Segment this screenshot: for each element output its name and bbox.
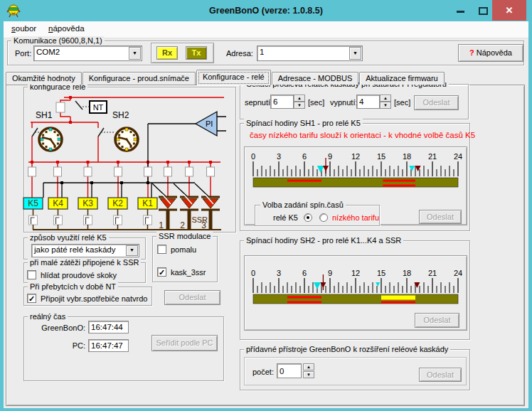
- ssr-number-1: 1: [159, 220, 164, 230]
- checkbox-pripojit-natvrdo-label: Připojit vybr.spotřebiče natvrdo: [41, 294, 147, 303]
- help-button[interactable]: ? Nápověda: [458, 44, 523, 62]
- driver-boxes: [28, 167, 215, 176]
- pc-time-field[interactable]: [88, 339, 129, 352]
- sh1-timeline-ruler[interactable]: 03691215182124: [249, 152, 462, 193]
- on-delay-field[interactable]: [270, 95, 294, 109]
- radio-rele-k5[interactable]: [304, 213, 312, 222]
- relay-k4-label: K4: [53, 198, 63, 208]
- close-button[interactable]: ✕: [492, 0, 526, 21]
- app-window: GreenBonO (verze: 1.0.8.5) ✕ soubor nápo…: [0, 0, 532, 411]
- sh1-group-label: Spínací hodiny SH1 - pro relé K5: [244, 119, 363, 127]
- send-extension-button[interactable]: Odeslat: [419, 368, 462, 382]
- svg-text:12: 12: [351, 269, 360, 277]
- tab-strip: Okamžité hodnoty Konfigurace - proud.sní…: [6, 69, 445, 85]
- nt-surplus-group-label: Při přebytcích v době NT: [28, 282, 118, 291]
- port-combobox[interactable]: COM2 ▼: [33, 46, 142, 61]
- svg-text:0: 0: [251, 152, 255, 161]
- tab-konfigurace-proud-snimace[interactable]: Konfigurace - proud.snímače: [83, 72, 196, 85]
- svg-text:18: 18: [403, 269, 411, 277]
- sh2-group-label: Spínací hodiny SH2 - pro relé K1...K4 a …: [244, 236, 403, 245]
- port-dropdown-icon[interactable]: ▼: [129, 47, 141, 60]
- radio-nizkeho-tarifu-label: nízkého tarifu: [332, 213, 379, 222]
- title-bar: GreenBonO (verze: 1.0.8.5) ✕: [0, 0, 532, 21]
- sh2-timeline-ruler[interactable]: 03691215182124: [249, 269, 462, 310]
- radio-rele-k5-label: relé K5: [273, 213, 298, 222]
- device-time-label: GreenBonO:: [28, 324, 85, 332]
- send-sh1-button[interactable]: Odeslat: [419, 210, 462, 224]
- svg-text:15: 15: [377, 152, 385, 161]
- sh2-label: SH2: [112, 110, 129, 120]
- minimize-button[interactable]: [457, 11, 464, 13]
- sh1-clock: [39, 128, 62, 151]
- checkbox-pomalu[interactable]: [157, 245, 166, 254]
- tab-okamzite-hodnoty[interactable]: Okamžité hodnoty: [6, 72, 82, 85]
- on-delay-unit: [sec]: [308, 98, 324, 107]
- port-value: COM2: [36, 48, 60, 56]
- maximize-button[interactable]: [479, 7, 488, 15]
- send-sh2-button[interactable]: Odeslat: [415, 313, 459, 328]
- menu-napoveda[interactable]: nápověda: [48, 24, 85, 33]
- tab-konfigurace-rele[interactable]: Konfigurace - relé: [196, 70, 271, 85]
- svg-text:24: 24: [454, 269, 462, 277]
- svg-text:21: 21: [428, 269, 437, 277]
- spin-up-icon[interactable]: ▲: [303, 363, 314, 370]
- svg-text:21: 21: [428, 152, 437, 161]
- k5-usage-value: jako páté relé kaskády: [34, 245, 115, 254]
- relay-wiring-diagram: NT SH1 SH2: [21, 90, 235, 232]
- svg-text:9: 9: [328, 269, 332, 277]
- svg-text:24: 24: [454, 152, 462, 161]
- address-value: 1: [260, 48, 264, 56]
- send-cascade-delay-button[interactable]: Odeslat: [414, 95, 459, 110]
- ssr-modulation-group-label: SSR modulace: [156, 232, 213, 240]
- menu-soubor[interactable]: soubor: [11, 24, 36, 33]
- relay-k1-label: K1: [142, 198, 153, 208]
- nt-label: NT: [93, 103, 104, 112]
- pi-label: PI: [206, 119, 213, 128]
- spin-up-icon[interactable]: ▲: [294, 95, 305, 102]
- checkbox-hlidat-skoky[interactable]: [27, 270, 36, 279]
- svg-text:3: 3: [277, 269, 281, 277]
- small-load-group-label: při malé zátěži připojené k SSR: [28, 258, 141, 267]
- address-combobox[interactable]: 1 ▼: [257, 46, 363, 61]
- count-field[interactable]: [277, 363, 302, 378]
- spin-down-icon[interactable]: ▼: [294, 102, 305, 109]
- real-time-group-label: reálný čas: [28, 312, 68, 321]
- on-delay-spinner[interactable]: ▲ ▼: [294, 95, 305, 109]
- relay-k3-label: K3: [83, 198, 93, 208]
- device-time-field[interactable]: [88, 321, 129, 333]
- checkbox-pripojit-natvrdo[interactable]: ✓: [27, 294, 36, 303]
- spin-down-icon[interactable]: ▼: [380, 102, 391, 109]
- k5-usage-dropdown-icon[interactable]: ▼: [126, 245, 138, 256]
- count-spinner[interactable]: ▲ ▼: [303, 363, 314, 378]
- svg-text:6: 6: [302, 269, 307, 277]
- pc-time-label: PC:: [28, 341, 85, 350]
- off-delay-field[interactable]: [356, 95, 380, 109]
- svg-text:0: 0: [251, 269, 255, 277]
- ssr-number-2: 2: [180, 220, 185, 230]
- sync-with-pc-button[interactable]: Seřídit podle PC: [151, 335, 218, 351]
- contact-box: [56, 102, 65, 112]
- spin-down-icon[interactable]: ▼: [303, 371, 314, 378]
- send-relay-config-button[interactable]: Odeslat: [164, 290, 220, 305]
- radio-nizkeho-tarifu[interactable]: [319, 213, 328, 222]
- on-delay-label: sepnutí:: [245, 98, 272, 107]
- spin-up-icon[interactable]: ▲: [380, 95, 391, 102]
- checkbox-kask-3ssr-label: kask_3ssr: [171, 268, 206, 277]
- tab-aktualizace-firmwaru[interactable]: Aktualizace firmwaru: [359, 72, 444, 85]
- off-delay-unit: [sec]: [394, 98, 410, 107]
- address-label: Adresa:: [226, 49, 253, 58]
- relay-k2-label: K2: [112, 198, 123, 208]
- port-label: Port:: [15, 49, 31, 58]
- off-delay-spinner[interactable]: ▲ ▼: [380, 95, 391, 109]
- relay-k5-label: K5: [28, 198, 38, 208]
- tab-adresace-modbus[interactable]: Adresace - MODBUS: [272, 72, 359, 85]
- checkbox-kask-3ssr[interactable]: ✓: [157, 267, 166, 277]
- k5-usage-combobox[interactable]: jako páté relé kaskády ▼: [31, 244, 139, 257]
- svg-text:18: 18: [403, 152, 411, 161]
- svg-text:3: 3: [277, 152, 281, 161]
- address-dropdown-icon[interactable]: ▼: [349, 47, 361, 60]
- svg-text:15: 15: [377, 269, 385, 277]
- svg-text:12: 12: [351, 152, 360, 161]
- tx-indicator: Tx: [186, 46, 207, 60]
- sh1-warning-text: časy nízkého tarifu slouží k orientaci -…: [250, 131, 475, 139]
